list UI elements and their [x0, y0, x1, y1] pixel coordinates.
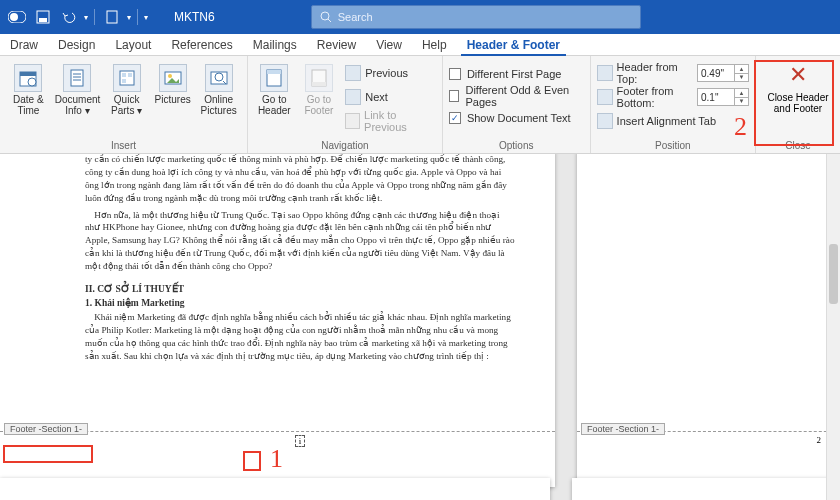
position-group-label: Position — [597, 140, 749, 151]
document-name: MKTN6 — [174, 10, 215, 24]
ribbon-tabs: Draw Design Layout References Mailings R… — [0, 34, 840, 56]
svg-rect-16 — [128, 73, 132, 77]
online-pictures-button[interactable]: Online Pictures — [196, 60, 241, 116]
svg-point-19 — [168, 74, 172, 78]
svg-rect-15 — [122, 73, 126, 77]
page-left[interactable]: ty cần có chiến lược marketing quốc tế t… — [0, 154, 555, 487]
svg-rect-8 — [20, 72, 36, 76]
checkbox-icon: ✓ — [449, 112, 461, 124]
new-doc-icon[interactable] — [101, 6, 123, 28]
footer-section-tag: Footer -Section 1- — [4, 423, 88, 435]
spin-down-icon[interactable]: ▼ — [734, 98, 748, 106]
scrollbar-thumb[interactable] — [829, 244, 838, 304]
spin-up-icon[interactable]: ▲ — [734, 89, 748, 98]
doc-info-icon — [63, 64, 91, 92]
svg-line-6 — [328, 19, 331, 22]
vertical-scrollbar[interactable] — [826, 154, 840, 500]
page-right[interactable]: Footer -Section 1- 2 — [577, 154, 840, 487]
footer-section-tag: Footer -Section 1- — [581, 423, 665, 435]
checkbox-icon — [449, 68, 461, 80]
autosave-toggle[interactable] — [6, 6, 28, 28]
different-odd-even-checkbox[interactable]: Different Odd & Even Pages — [449, 86, 584, 106]
search-placeholder: Search — [338, 11, 373, 23]
title-bar: ▾ ▾ ▾ MKTN6 Search — [0, 0, 840, 34]
show-document-text-checkbox[interactable]: ✓ Show Document Text — [449, 108, 584, 128]
header-icon — [260, 64, 288, 92]
insert-alignment-tab-button[interactable]: Insert Alignment Tab — [597, 110, 749, 132]
group-options: Different First Page Different Odd & Eve… — [443, 56, 591, 153]
quick-parts-button[interactable]: Quick Parts ▾ — [104, 60, 149, 116]
tab-review[interactable]: Review — [307, 34, 366, 55]
pictures-button[interactable]: Pictures — [153, 60, 192, 105]
tab-mailings[interactable]: Mailings — [243, 34, 307, 55]
tab-design[interactable]: Design — [48, 34, 105, 55]
navigation-group-label: Navigation — [254, 140, 436, 151]
footer-from-bottom-input[interactable]: 0.1" ▲▼ — [697, 88, 749, 106]
footer-bottom-icon — [597, 89, 613, 105]
pictures-icon — [159, 64, 187, 92]
undo-icon[interactable] — [58, 6, 80, 28]
next-page-row — [0, 478, 840, 500]
link-icon — [345, 113, 360, 129]
previous-button[interactable]: Previous — [345, 62, 436, 84]
footer-icon — [305, 64, 333, 92]
document-info-button[interactable]: Document Info ▾ — [55, 60, 101, 116]
svg-rect-25 — [312, 82, 326, 86]
page-number-field: 2 — [817, 435, 822, 445]
next-button[interactable]: Next — [345, 86, 436, 108]
link-previous-button: Link to Previous — [345, 110, 436, 132]
tab-layout[interactable]: Layout — [105, 34, 161, 55]
svg-point-5 — [321, 12, 329, 20]
annotation-number-1: 1 — [270, 444, 283, 474]
document-area: ty cần có chiến lược marketing quốc tế t… — [0, 154, 840, 500]
options-group-label: Options — [449, 140, 584, 151]
spin-down-icon[interactable]: ▼ — [734, 74, 748, 82]
header-from-top-row: Header from Top: 0.49" ▲▼ — [597, 62, 749, 84]
quick-parts-icon — [113, 64, 141, 92]
previous-icon — [345, 65, 361, 81]
quick-access-toolbar: ▾ ▾ ▾ — [6, 6, 148, 28]
header-from-top-input[interactable]: 0.49" ▲▼ — [697, 64, 749, 82]
svg-rect-4 — [107, 11, 117, 23]
footer-area-right[interactable]: Footer -Section 1- 2 — [577, 431, 840, 457]
alignment-tab-icon — [597, 113, 613, 129]
online-pictures-icon — [205, 64, 233, 92]
tab-references[interactable]: References — [161, 34, 242, 55]
page-number-field[interactable]: i — [85, 435, 515, 447]
annotation-box-footer-tag — [3, 445, 93, 463]
goto-header-button[interactable]: Go to Header — [254, 60, 295, 116]
svg-rect-3 — [39, 18, 47, 22]
page-preview[interactable] — [572, 478, 840, 500]
annotation-box-page-number — [243, 451, 261, 471]
next-icon — [345, 89, 361, 105]
search-box[interactable]: Search — [311, 5, 641, 29]
ribbon: Date & Time Document Info ▾ Quick Parts … — [0, 56, 840, 154]
svg-rect-10 — [71, 70, 83, 86]
goto-footer-button: Go to Footer — [299, 60, 340, 116]
annotation-number-2: 2 — [734, 112, 747, 142]
insert-group-label: Insert — [6, 140, 241, 151]
header-top-icon — [597, 65, 613, 81]
different-first-page-checkbox[interactable]: Different First Page — [449, 64, 584, 84]
page-preview[interactable] — [0, 478, 550, 500]
svg-rect-17 — [122, 79, 126, 83]
svg-point-1 — [10, 13, 18, 21]
tab-help[interactable]: Help — [412, 34, 457, 55]
checkbox-icon — [449, 90, 460, 102]
tab-header-footer[interactable]: Header & Footer — [457, 34, 570, 55]
search-icon — [320, 11, 332, 23]
annotation-box-close — [754, 60, 834, 146]
group-insert: Date & Time Document Info ▾ Quick Parts … — [0, 56, 248, 153]
date-time-button[interactable]: Date & Time — [6, 60, 51, 116]
save-icon[interactable] — [32, 6, 54, 28]
footer-from-bottom-row: Footer from Bottom: 0.1" ▲▼ — [597, 86, 749, 108]
svg-point-9 — [28, 78, 36, 86]
spin-up-icon[interactable]: ▲ — [734, 65, 748, 74]
tab-view[interactable]: View — [366, 34, 412, 55]
tab-draw[interactable]: Draw — [0, 34, 48, 55]
svg-rect-23 — [267, 70, 281, 74]
group-navigation: Go to Header Go to Footer Previous Next — [248, 56, 443, 153]
page-body-text: ty cần có chiến lược marketing quốc tế t… — [0, 154, 555, 363]
calendar-icon — [14, 64, 42, 92]
group-position: Header from Top: 0.49" ▲▼ Footer from Bo… — [591, 56, 756, 153]
